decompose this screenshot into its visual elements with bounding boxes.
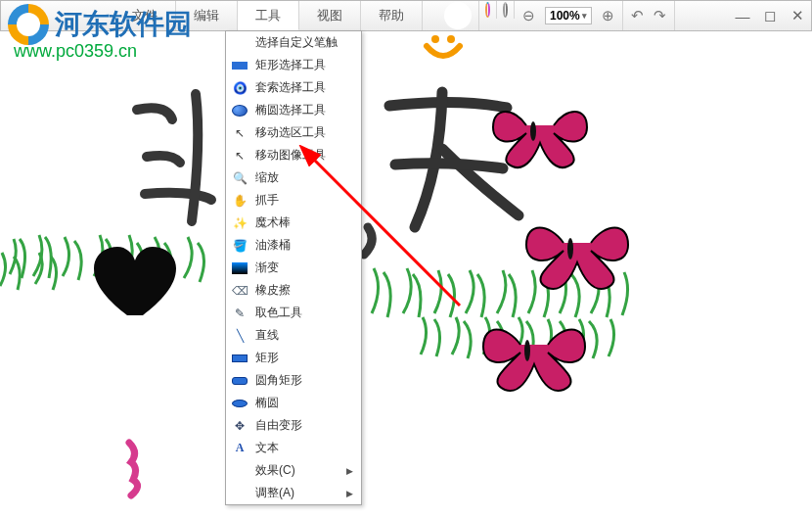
tool-item-hand[interactable]: ✋抓手 [226, 189, 361, 212]
tool-item-label: 橡皮擦 [255, 282, 291, 299]
tool-item-label: 圆角矩形 [255, 372, 302, 389]
zoom-in-icon[interactable]: ⊕ [602, 7, 614, 24]
tool-item-zoom[interactable]: 🔍缩放 [226, 166, 361, 189]
svg-point-1 [447, 35, 455, 43]
tool-item-label: 选择自定义笔触 [255, 34, 338, 51]
tool-item-text[interactable]: A文本 [226, 437, 361, 459]
tool-item-label: 魔术棒 [255, 214, 291, 231]
tool-item-label: 矩形选择工具 [255, 57, 326, 73]
tool-item-blank[interactable]: 调整(A)▶ [226, 482, 361, 504]
tool-item-arrow[interactable]: ↖移动选区工具 [226, 121, 361, 144]
tool-item-label: 套索选择工具 [255, 79, 326, 96]
menu-help[interactable]: 帮助 [361, 1, 423, 30]
tool-item-label: 移动图像工具 [255, 147, 326, 164]
app-logo [436, 1, 479, 30]
menu-file[interactable]: 文件 [114, 1, 176, 30]
tool-item-bucket[interactable]: 🪣油漆桶 [226, 234, 361, 257]
lasso-icon: 🧿 [232, 80, 248, 96]
tool-item-label: 缩放 [255, 169, 279, 186]
menu-view-label: 视图 [317, 7, 342, 24]
redo-icon[interactable]: ↷ [654, 7, 666, 24]
blank-icon [232, 35, 248, 51]
rect2-icon [232, 354, 248, 362]
color-swatch-primary[interactable] [479, 1, 497, 19]
menu-edit-label: 编辑 [194, 7, 219, 24]
menu-help-label: 帮助 [379, 7, 404, 24]
hand-icon: ✋ [232, 193, 248, 209]
svg-point-2 [530, 121, 536, 141]
tool-item-arrow2[interactable]: ↖移动图像工具 [226, 144, 361, 166]
bucket-icon: 🪣 [232, 238, 248, 254]
ell-icon [232, 400, 248, 407]
tool-item-label: 取色工具 [255, 305, 302, 321]
grad-icon [232, 262, 248, 274]
tool-item-label: 自由变形 [255, 417, 302, 434]
zoom-out-icon[interactable]: ⊖ [522, 7, 535, 24]
tool-item-blank[interactable]: 效果(C)▶ [226, 459, 361, 482]
submenu-arrow-icon: ▶ [346, 489, 353, 498]
menu-file-label: 文件 [132, 7, 158, 24]
svg-point-4 [524, 340, 530, 361]
undo-icon[interactable]: ↶ [631, 7, 644, 24]
svg-point-3 [567, 238, 573, 260]
tool-item-rrect[interactable]: 圆角矩形 [226, 369, 361, 392]
zoom-select[interactable]: 100% [545, 7, 592, 24]
tool-item-label: 渐变 [255, 260, 279, 276]
tool-item-label: 椭圆 [255, 395, 279, 411]
ellipse-sel-icon [232, 105, 248, 117]
minimize-button[interactable]: — [729, 1, 756, 30]
tool-item-erase[interactable]: ⌫橡皮擦 [226, 279, 361, 302]
menu-edit[interactable]: 编辑 [176, 1, 238, 30]
blank-icon [232, 486, 248, 501]
tool-item-label: 调整(A) [255, 485, 294, 501]
tool-item-wand[interactable]: ✨魔术棒 [226, 212, 361, 234]
svg-point-0 [431, 35, 439, 43]
close-button[interactable]: ✕ [784, 1, 811, 30]
tool-item-ell[interactable]: 椭圆 [226, 392, 361, 414]
tool-item-free[interactable]: ✥自由变形 [226, 414, 361, 437]
tool-item-label: 文本 [255, 440, 279, 456]
menu-tools[interactable]: 工具 [238, 1, 299, 30]
free-icon: ✥ [232, 418, 248, 434]
tool-item-label: 矩形 [255, 350, 279, 366]
tool-item-label: 椭圆选择工具 [255, 102, 326, 118]
tool-item-label: 油漆桶 [255, 237, 291, 254]
tool-item-label: 移动选区工具 [255, 124, 326, 141]
tool-item-grad[interactable]: 渐变 [226, 257, 361, 279]
tool-item-label: 抓手 [255, 192, 279, 209]
tool-item-blank[interactable]: 选择自定义笔触 [226, 31, 361, 54]
arrow-icon: ↖ [232, 125, 248, 141]
rrect-icon [232, 377, 248, 385]
tools-dropdown: 选择自定义笔触矩形选择工具🧿套索选择工具椭圆选择工具↖移动选区工具↖移动图像工具… [225, 30, 362, 505]
menu-view[interactable]: 视图 [299, 1, 361, 30]
canvas[interactable] [0, 31, 812, 519]
zoom-icon: 🔍 [232, 170, 248, 186]
text-icon: A [232, 441, 248, 456]
submenu-arrow-icon: ▶ [346, 466, 353, 476]
app-smiley-icon [423, 32, 464, 70]
blank-icon [232, 463, 248, 479]
tool-item-lasso[interactable]: 🧿套索选择工具 [226, 76, 361, 99]
tool-item-label: 效果(C) [255, 462, 295, 479]
menu-tools-label: 工具 [255, 7, 281, 24]
tool-item-rect2[interactable]: 矩形 [226, 347, 361, 369]
tool-item-pick[interactable]: ✎取色工具 [226, 302, 361, 324]
zoom-value: 100% [550, 9, 580, 23]
rect-icon [232, 62, 248, 70]
tool-item-rect[interactable]: 矩形选择工具 [226, 54, 361, 76]
color-swatch-secondary[interactable] [497, 1, 515, 19]
tool-item-label: 直线 [255, 327, 279, 344]
arrow2-icon: ↖ [232, 148, 248, 164]
erase-icon: ⌫ [232, 283, 248, 299]
tool-item-ellipse-sel[interactable]: 椭圆选择工具 [226, 99, 361, 121]
tool-item-line[interactable]: ╲直线 [226, 324, 361, 347]
pick-icon: ✎ [232, 306, 248, 321]
maximize-button[interactable]: ◻ [756, 1, 784, 30]
menubar: 文件 编辑 工具 视图 帮助 ⊖ 100% ⊕ ↶ ↷ — ◻ ✕ [0, 0, 812, 31]
line-icon: ╲ [232, 328, 248, 344]
wand-icon: ✨ [232, 215, 248, 231]
